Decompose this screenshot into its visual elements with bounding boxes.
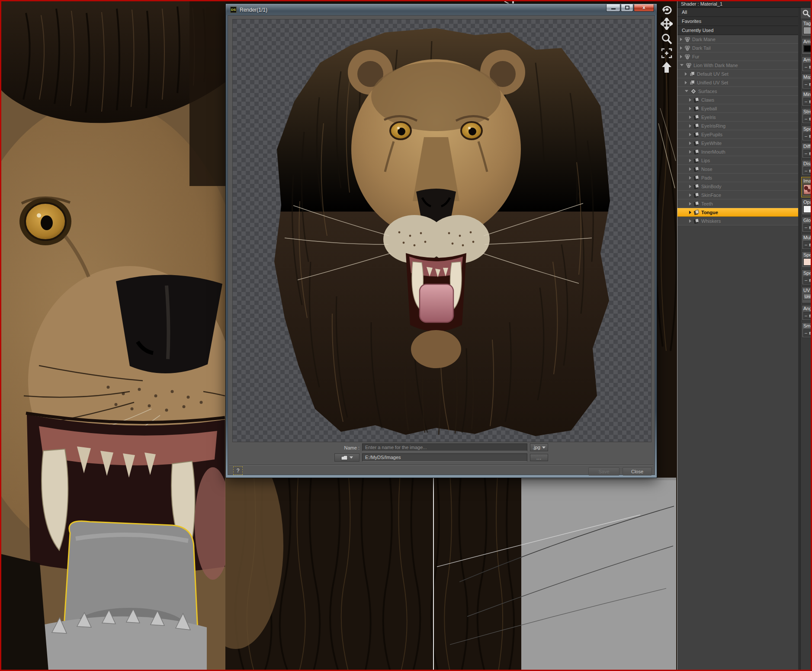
save-path-field[interactable]: E:/MyDS/Images <box>362 453 527 462</box>
slider-thumb[interactable] <box>809 83 812 87</box>
property-control[interactable] <box>803 258 812 266</box>
tree-item-skinbody[interactable]: SkinBody <box>677 182 798 191</box>
expand-arrow-icon[interactable] <box>685 90 688 92</box>
expand-arrow-icon[interactable] <box>689 133 691 136</box>
expand-arrow-icon[interactable] <box>685 72 687 76</box>
property-control[interactable]: – <box>803 132 812 140</box>
filter-favorites[interactable]: Favorites <box>677 17 798 26</box>
property-control[interactable]: – <box>803 80 812 88</box>
save-button[interactable]: Save <box>588 467 619 475</box>
tree-item-lion-with-dark-mane[interactable]: Lion With Dark Mane <box>677 61 798 70</box>
texture-thumbnail[interactable] <box>803 184 812 195</box>
expand-arrow-icon[interactable] <box>689 150 691 154</box>
expand-arrow-icon[interactable] <box>689 141 691 145</box>
render-dialog-titlebar[interactable]: DS Render(1/1) x <box>226 4 656 15</box>
image-name-input[interactable]: Enter a name for the image... <box>362 443 527 451</box>
color-swatch[interactable] <box>803 205 812 213</box>
tree-item-fur[interactable]: Fur <box>677 52 798 61</box>
filter-all[interactable]: All <box>677 8 798 17</box>
tree-item-eyepupils[interactable]: EyePupils <box>677 130 798 139</box>
tree-item-lips[interactable]: Lips <box>677 156 798 165</box>
tree-item-eyeball[interactable]: Eyeball <box>677 104 798 113</box>
minimize-button[interactable] <box>606 4 620 12</box>
orbit-icon[interactable] <box>661 3 673 15</box>
slider-thumb[interactable] <box>809 314 812 318</box>
slider-decrement[interactable]: – <box>805 81 807 87</box>
slider-decrement[interactable]: – <box>805 277 807 283</box>
slider-thumb[interactable] <box>809 117 812 121</box>
tree-item-nose[interactable]: Nose <box>677 165 798 173</box>
filter-currently-used[interactable]: Currently Used <box>677 26 798 35</box>
close-button[interactable]: Close <box>623 467 652 475</box>
slider-thumb[interactable] <box>809 226 812 230</box>
tree-item-default-uv-set[interactable]: Default UV Set <box>677 70 798 78</box>
property-control[interactable]: – <box>803 63 812 71</box>
color-swatch[interactable] <box>803 45 812 52</box>
tree-item-eyeiris[interactable]: EyeIris <box>677 113 798 122</box>
expand-arrow-icon[interactable] <box>689 176 691 180</box>
frame-region-icon[interactable] <box>661 48 672 58</box>
maximize-button[interactable] <box>621 4 633 12</box>
browse-button[interactable]: ... <box>530 454 548 461</box>
tree-item-unified-uv-set[interactable]: Unified UV Set <box>677 78 798 87</box>
slider-thumb[interactable] <box>809 169 812 173</box>
expand-arrow-icon[interactable] <box>689 211 691 214</box>
slider-decrement[interactable]: – <box>805 133 807 139</box>
slider-decrement[interactable]: – <box>805 241 807 248</box>
tree-item-eyeirisring[interactable]: EyeIrisRing <box>677 122 798 130</box>
slider-thumb[interactable] <box>809 279 812 283</box>
property-control[interactable]: – <box>803 150 812 157</box>
property-control[interactable]: – <box>803 224 812 231</box>
slider-thumb[interactable] <box>809 100 812 104</box>
property-control[interactable] <box>803 205 812 214</box>
color-swatch[interactable] <box>803 258 812 266</box>
tree-item-dark-tail[interactable]: Dark Tail <box>677 44 798 52</box>
expand-arrow-icon[interactable] <box>680 55 682 58</box>
property-control[interactable]: – <box>803 115 812 122</box>
slider-decrement[interactable]: – <box>805 150 807 157</box>
folder-dropdown-button[interactable] <box>334 453 359 462</box>
property-control[interactable]: – <box>803 329 812 337</box>
slider-thumb[interactable] <box>809 331 812 335</box>
property-control[interactable] <box>803 45 812 53</box>
surface-search[interactable] <box>801 8 812 19</box>
tree-item-tongue[interactable]: Tongue <box>677 208 798 217</box>
tree-item-whiskers[interactable]: Whiskers <box>677 217 798 225</box>
expand-arrow-icon[interactable] <box>689 98 691 102</box>
expand-arrow-icon[interactable] <box>689 159 691 162</box>
property-control[interactable] <box>803 27 812 35</box>
tree-item-pads[interactable]: Pads <box>677 173 798 182</box>
property-control[interactable]: – <box>803 312 812 319</box>
pan-icon[interactable] <box>661 18 673 30</box>
expand-arrow-icon[interactable] <box>689 202 691 205</box>
tree-item-teeth[interactable]: Teeth <box>677 199 798 208</box>
zoom-icon[interactable] <box>661 33 673 45</box>
tree-item-innermouth[interactable]: InnerMouth <box>677 148 798 156</box>
slider-thumb[interactable] <box>809 152 812 156</box>
slider-decrement[interactable]: – <box>805 116 807 122</box>
slider-decrement[interactable]: – <box>805 167 807 174</box>
slider-thumb[interactable] <box>809 65 812 69</box>
expand-arrow-icon[interactable] <box>689 185 691 188</box>
pane-splitter-line[interactable] <box>433 478 434 671</box>
slider-decrement[interactable]: – <box>805 224 807 231</box>
tree-item-claws[interactable]: Claws <box>677 96 798 104</box>
slider-thumb[interactable] <box>809 135 812 138</box>
property-control[interactable]: – <box>803 276 812 284</box>
close-window-button[interactable]: x <box>634 4 654 12</box>
slider-decrement[interactable]: – <box>805 330 807 336</box>
uvset-button[interactable]: Unified <box>803 294 812 300</box>
tree-item-skinface[interactable]: SkinFace <box>677 191 798 199</box>
help-button[interactable]: ? <box>233 466 243 475</box>
color-swatch[interactable] <box>803 27 812 34</box>
expand-arrow-icon[interactable] <box>680 46 682 50</box>
slider-thumb[interactable] <box>809 243 812 247</box>
slider-decrement[interactable]: – <box>805 312 807 319</box>
expand-arrow-icon[interactable] <box>689 193 691 197</box>
property-control[interactable]: Unified <box>803 294 812 302</box>
tree-item-eyewhite[interactable]: EyeWhite <box>677 139 798 148</box>
property-control[interactable]: – <box>803 241 812 248</box>
property-control[interactable]: – <box>803 98 812 105</box>
expand-arrow-icon[interactable] <box>685 81 687 84</box>
expand-arrow-icon[interactable] <box>689 219 691 223</box>
